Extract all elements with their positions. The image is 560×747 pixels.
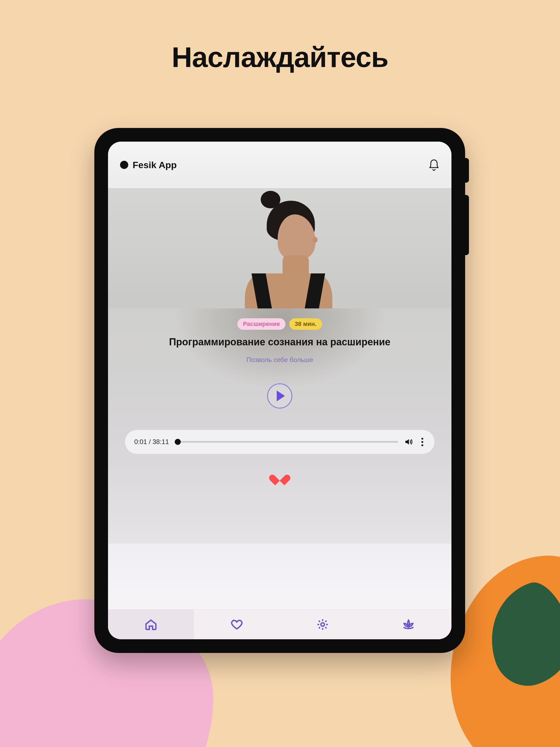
tab-bar: [108, 609, 452, 639]
gear-icon: [316, 618, 329, 631]
duration-badge: 38 мин.: [289, 318, 322, 330]
device-lock-button: [465, 158, 469, 183]
track-subtitle: Позволь себе больше: [108, 356, 452, 364]
audio-bar: 0:01 / 38:11: [125, 430, 434, 454]
seek-slider[interactable]: [175, 441, 398, 443]
svg-point-0: [321, 623, 325, 626]
app-screen: Fesik App Расширение: [108, 141, 452, 639]
notifications-button[interactable]: [429, 158, 439, 172]
speaker-icon: [404, 437, 413, 446]
device-volume-button: [465, 195, 469, 255]
lotus-icon: [402, 618, 415, 631]
person-illustration: [226, 191, 330, 319]
audio-more-button[interactable]: [419, 438, 425, 446]
kebab-icon: [422, 438, 423, 440]
tab-meditate[interactable]: [365, 610, 452, 639]
heart-icon: [230, 618, 244, 631]
hero-image: [108, 188, 452, 319]
app-name: Fesik App: [133, 160, 177, 170]
category-badge: Расширение: [237, 318, 285, 330]
app-header: Fesik App: [108, 141, 452, 188]
tab-home[interactable]: [108, 610, 194, 639]
promo-headline: Наслаждайтесь: [0, 41, 560, 74]
volume-button[interactable]: [404, 437, 413, 446]
badge-row: Расширение 38 мин.: [108, 308, 452, 330]
seek-thumb[interactable]: [175, 439, 181, 445]
audio-time: 0:01 / 38:11: [134, 438, 169, 446]
play-icon: [277, 390, 285, 402]
tablet-frame: Fesik App Расширение: [94, 128, 465, 653]
player-panel: Расширение 38 мин. Программирование созн…: [108, 308, 452, 544]
bell-icon: [429, 158, 439, 172]
favorite-button[interactable]: [274, 470, 286, 482]
content-area: [108, 544, 452, 609]
track-title: Программирование сознания на расширение: [108, 336, 452, 348]
tab-favorites[interactable]: [194, 610, 280, 639]
play-button[interactable]: [267, 383, 292, 409]
tab-settings[interactable]: [280, 610, 365, 639]
app-logo-icon: [120, 161, 128, 169]
home-icon: [144, 618, 157, 631]
